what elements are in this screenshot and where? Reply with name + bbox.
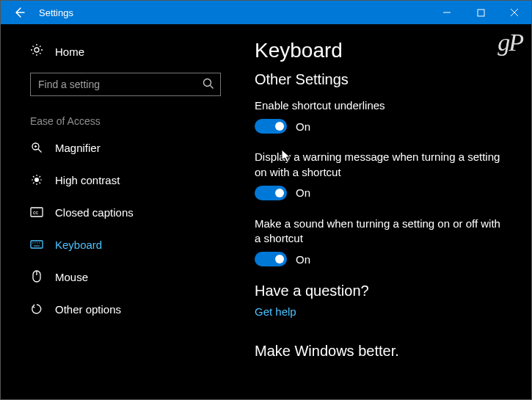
sidebar-item-label: Mouse [55, 271, 88, 283]
toggle-state: On [296, 186, 310, 199]
window-title: Settings [36, 7, 430, 18]
back-button[interactable] [1, 1, 36, 24]
sidebar-item-label: Other options [55, 303, 121, 316]
setting-label: Display a warning message when turning a… [255, 150, 504, 180]
main-content: Keyboard Other Settings Enable shortcut … [250, 24, 531, 399]
toggle-warning-message[interactable] [255, 186, 287, 200]
feedback-title: Make Windows better. [255, 343, 511, 360]
toggle-state: On [296, 120, 310, 133]
toggle-shortcut-underlines[interactable] [255, 119, 287, 134]
sidebar-category: Ease of Access [1, 106, 250, 131]
watermark: gP [498, 29, 522, 57]
mouse-icon [30, 270, 43, 283]
section-title: Other Settings [255, 71, 511, 88]
sidebar-item-magnifier[interactable]: Magnifier [1, 131, 250, 164]
svg-point-11 [34, 178, 39, 182]
help-link[interactable]: Get help [255, 305, 511, 318]
sidebar-item-label: Closed captions [55, 206, 134, 219]
sidebar-item-keyboard[interactable]: Keyboard [1, 228, 250, 261]
home-label: Home [55, 46, 84, 58]
magnifier-icon [30, 142, 43, 153]
otheroptions-icon [30, 303, 43, 315]
titlebar: Settings [1, 1, 531, 24]
sidebar-item-label: High contrast [55, 174, 120, 186]
maximize-button[interactable] [464, 1, 498, 24]
setting-label: Make a sound when turning a setting on o… [255, 217, 504, 247]
maximize-icon [477, 9, 485, 17]
help-title: Have a question? [255, 283, 511, 299]
sidebar: Home Ease of Access Magnifier High contr… [1, 24, 250, 399]
toggle-state: On [296, 253, 310, 266]
closedcaptions-icon: cc [30, 207, 43, 217]
sidebar-item-mouse[interactable]: Mouse [1, 261, 250, 293]
close-icon [510, 8, 519, 17]
sidebar-item-highcontrast[interactable]: High contrast [1, 164, 250, 196]
svg-rect-1 [478, 10, 484, 16]
close-button[interactable] [498, 1, 531, 24]
sidebar-item-label: Keyboard [55, 239, 102, 251]
page-title: Keyboard [255, 39, 511, 62]
svg-point-4 [34, 48, 39, 52]
search-field[interactable] [30, 73, 221, 96]
toggle-make-sound[interactable] [255, 252, 287, 266]
setting-warning-message: Display a warning message when turning a… [255, 150, 511, 200]
minimize-icon [442, 8, 451, 17]
search-icon [202, 77, 215, 93]
search-input[interactable] [30, 73, 221, 96]
setting-label: Enable shortcut underlines [255, 98, 504, 113]
svg-line-10 [38, 149, 42, 153]
svg-rect-14 [31, 241, 43, 248]
home-nav[interactable]: Home [1, 37, 250, 65]
sidebar-item-closedcaptions[interactable]: cc Closed captions [1, 196, 250, 228]
gear-icon [30, 43, 43, 59]
sidebar-item-label: Magnifier [55, 142, 101, 154]
minimize-button[interactable] [430, 1, 464, 24]
sidebar-item-otheroptions[interactable]: Other options [1, 293, 250, 325]
setting-shortcut-underlines: Enable shortcut underlines On [255, 98, 511, 134]
keyboard-icon [30, 240, 43, 249]
arrow-left-icon [12, 6, 25, 19]
svg-point-5 [204, 79, 211, 87]
svg-line-6 [211, 86, 214, 89]
svg-text:cc: cc [33, 210, 39, 215]
highcontrast-icon [30, 174, 43, 186]
setting-make-sound: Make a sound when turning a setting on o… [255, 217, 511, 267]
